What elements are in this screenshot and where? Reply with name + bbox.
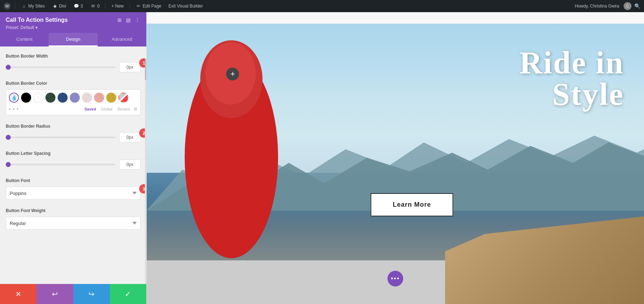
comments-button[interactable]: 💬 3	[72, 3, 84, 9]
letter-spacing-slider-row: 0px	[6, 160, 141, 170]
border-radius-label: Button Border Radius	[6, 124, 141, 129]
panel-scrollbar-thumb	[145, 59, 146, 80]
letter-spacing-group: Button Letter Spacing 0px	[6, 151, 141, 170]
user-greeting[interactable]: Howdy, Christina Gwira	[574, 4, 621, 9]
tab-design[interactable]: Design	[49, 33, 97, 46]
color-swatch-gold[interactable]	[106, 93, 116, 103]
border-color-group: Button Border Color 💧	[6, 81, 141, 115]
border-radius-input[interactable]: 0px	[119, 132, 141, 142]
divider	[15, 3, 15, 9]
color-tabs-row: • • • Saved Global Recent ⚙	[9, 105, 137, 112]
color-swatch-transparent[interactable]	[118, 93, 128, 103]
divider2	[105, 3, 106, 9]
letter-spacing-slider-thumb[interactable]	[6, 162, 11, 167]
wordpress-icon[interactable]: W	[4, 3, 11, 10]
save-button[interactable]: ✓	[110, 284, 146, 304]
chat-icon: ✉	[90, 3, 96, 9]
learn-more-button[interactable]: Learn More	[371, 193, 453, 216]
undo-button[interactable]: ↩	[36, 284, 73, 304]
panel-title: Call To Action Settings	[6, 17, 68, 23]
color-tab-saved[interactable]: Saved	[83, 106, 97, 112]
color-tab-recent[interactable]: Recent	[116, 106, 131, 112]
font-group: Button Font Poppins Arial Georgia Verdan…	[6, 178, 141, 200]
tab-advanced[interactable]: Advanced	[98, 33, 146, 46]
border-color-label: Button Border Color	[6, 81, 141, 86]
panel-header-top: Call To Action Settings ⊞ ▤ ⋮	[6, 16, 141, 24]
admin-bar: W ⌂ My Sites ◆ Divi 💬 3 ✉ 0 + New ✏ Edit…	[0, 0, 644, 12]
comment-count-button[interactable]: ✉ 0	[89, 3, 101, 9]
column-icon[interactable]: ▤	[125, 16, 131, 24]
letter-spacing-label: Button Letter Spacing	[6, 151, 141, 156]
color-swatch-darkgreen[interactable]	[45, 93, 55, 103]
options-button[interactable]: •••	[387, 271, 403, 286]
color-swatch-lightpink[interactable]	[82, 93, 92, 103]
bottom-bar: ✕ ↩ ↪ ✓	[0, 284, 146, 304]
new-button[interactable]: + New	[110, 4, 125, 9]
cancel-button[interactable]: ✕	[0, 284, 36, 304]
pencil-icon: ✏	[136, 3, 141, 9]
border-radius-slider-track[interactable]	[6, 137, 116, 138]
redo-button[interactable]: ↪	[73, 284, 110, 304]
panel-tabs: Content Design Advanced	[0, 33, 146, 46]
letter-spacing-input[interactable]: 0px	[119, 160, 141, 170]
border-radius-slider-thumb[interactable]	[6, 135, 11, 140]
maximize-icon[interactable]: ⊞	[117, 16, 122, 24]
chevron-down-icon: ▾	[35, 25, 38, 30]
color-swatch-darkblue[interactable]	[58, 93, 68, 103]
settings-gear-icon[interactable]: ⚙	[133, 107, 137, 112]
hero-text: Ride in Style	[519, 47, 624, 110]
border-width-group: Button Border Width 0px 1	[6, 54, 141, 72]
eyedropper-swatch[interactable]: 💧	[9, 93, 19, 103]
divi-button[interactable]: ◆ Divi	[50, 3, 68, 9]
panel-content: Button Border Width 0px 1 Button Border …	[0, 46, 146, 284]
color-swatch-black[interactable]	[21, 93, 31, 103]
color-picker-row: 💧	[6, 89, 141, 115]
admin-bar-right: Howdy, Christina Gwira C 🔍	[574, 2, 640, 10]
color-swatch-salmon[interactable]	[94, 93, 104, 103]
border-width-input[interactable]: 0px	[119, 62, 141, 72]
color-swatch-white[interactable]	[33, 93, 43, 103]
preset-label[interactable]: Preset: Default ▾	[6, 25, 141, 30]
panel-header: Call To Action Settings ⊞ ▤ ⋮ Preset: De…	[0, 12, 146, 33]
letter-spacing-slider-track[interactable]	[6, 164, 116, 165]
color-tab-global[interactable]: Global	[99, 106, 114, 112]
color-more-dots[interactable]: • • •	[9, 106, 19, 112]
border-width-label: Button Border Width	[6, 54, 141, 59]
panel-header-icons: ⊞ ▤ ⋮	[117, 16, 141, 24]
exit-builder-button[interactable]: Exit Visual Builder	[167, 4, 205, 9]
edit-page-button[interactable]: ✏ Edit Page	[134, 3, 163, 9]
divider3	[130, 3, 130, 9]
font-weight-select[interactable]: Regular Bold Light Medium SemiBold	[6, 217, 141, 230]
border-width-slider-thumb[interactable]	[6, 65, 11, 70]
my-sites-button[interactable]: ⌂ My Sites	[20, 3, 46, 9]
border-radius-slider-row: 0px	[6, 132, 141, 142]
font-weight-label: Button Font Weight	[6, 208, 141, 213]
border-radius-group: Button Border Radius 0px 2	[6, 124, 141, 142]
hero-title: Ride in Style	[519, 47, 624, 110]
border-width-slider-row: 0px	[6, 62, 141, 72]
admin-bar-left: W ⌂ My Sites ◆ Divi 💬 3 ✉ 0 + New ✏ Edit…	[4, 3, 569, 10]
border-width-slider-track[interactable]	[6, 67, 116, 68]
main-area: Call To Action Settings ⊞ ▤ ⋮ Preset: De…	[0, 12, 644, 304]
font-weight-group: Button Font Weight Regular Bold Light Me…	[6, 208, 141, 230]
divi-icon: ◆	[52, 3, 58, 9]
more-icon[interactable]: ⋮	[134, 16, 141, 24]
settings-panel: Call To Action Settings ⊞ ▤ ⋮ Preset: De…	[0, 12, 147, 304]
user-avatar: C	[624, 2, 631, 10]
panel-scrollbar[interactable]	[145, 59, 146, 284]
comment-icon: 💬	[73, 3, 79, 9]
color-swatch-lavender[interactable]	[70, 93, 80, 103]
canvas-top-strip	[147, 12, 644, 24]
tab-content[interactable]: Content	[0, 33, 49, 46]
canvas-area: Ride in Style + Learn More •••	[147, 12, 644, 304]
house-icon: ⌂	[21, 3, 27, 9]
font-label: Button Font	[6, 178, 141, 183]
font-select[interactable]: Poppins Arial Georgia Verdana Open Sans	[6, 187, 141, 200]
search-icon[interactable]: 🔍	[634, 3, 640, 9]
